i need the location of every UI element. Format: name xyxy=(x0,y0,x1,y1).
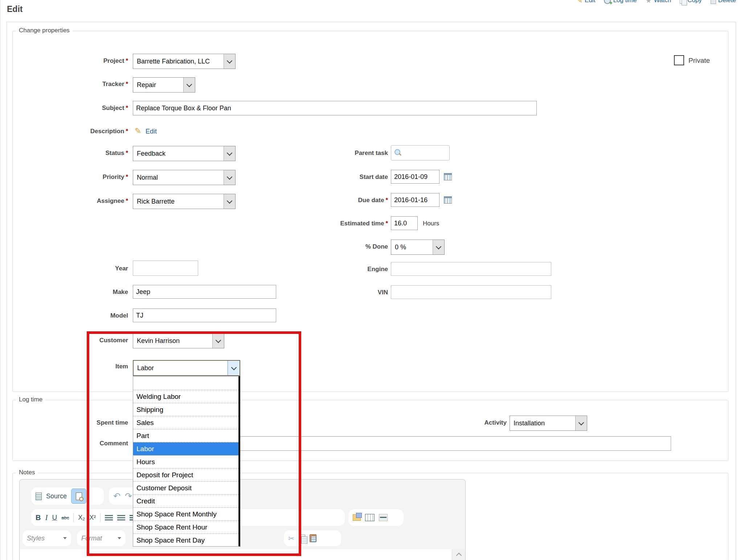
source-button[interactable]: Source xyxy=(46,492,67,500)
caret-down-icon xyxy=(118,537,121,539)
log-time-link[interactable]: Log time xyxy=(604,0,637,4)
activity-select[interactable]: Installation xyxy=(510,416,587,431)
log-time-fieldset xyxy=(12,400,728,461)
delete-link-label: Delete xyxy=(718,0,736,4)
project-select[interactable]: Barrette Fabrication, LLC xyxy=(133,54,236,69)
copy-icon[interactable] xyxy=(299,535,305,542)
magnifier-icon xyxy=(394,149,400,155)
strikethrough-button[interactable]: abc xyxy=(61,515,69,520)
image-icon[interactable] xyxy=(353,514,361,521)
undo-icon[interactable]: ↶ xyxy=(113,492,120,500)
caret-down-icon xyxy=(63,537,67,539)
watch-link[interactable]: ★ Watch xyxy=(646,0,671,4)
due-date-input[interactable] xyxy=(391,193,439,207)
engine-input[interactable] xyxy=(391,262,551,276)
copy-link[interactable]: Copy xyxy=(680,0,702,4)
start-date-input[interactable] xyxy=(391,170,439,184)
item-option[interactable]: Part xyxy=(133,429,238,442)
item-option[interactable]: Sales xyxy=(133,416,238,429)
comment-label: Comment xyxy=(100,440,128,447)
scrollbar-up-button[interactable] xyxy=(452,549,465,560)
notes-content-area[interactable] xyxy=(20,549,452,560)
priority-select[interactable]: Normal xyxy=(133,170,236,185)
item-dropdown-list: Welding Labor Shipping Sales Part Labor … xyxy=(133,376,240,547)
customer-select[interactable]: Kevin Harrison xyxy=(133,333,224,348)
percent-done-select-button[interactable] xyxy=(433,240,444,254)
superscript-button[interactable]: X² xyxy=(89,514,96,522)
item-select[interactable]: Labor xyxy=(133,360,240,376)
tracker-select-button[interactable] xyxy=(183,78,195,92)
format-dropdown[interactable]: Format xyxy=(77,530,126,546)
item-select-value: Labor xyxy=(137,364,154,372)
percent-done-select[interactable]: 0 % xyxy=(391,240,445,255)
engine-label: Engine xyxy=(367,266,388,273)
styles-dropdown[interactable]: Styles xyxy=(23,530,71,546)
star-icon: ★ xyxy=(646,0,652,4)
item-option[interactable]: Shipping xyxy=(133,403,238,416)
italic-button[interactable]: I xyxy=(45,513,48,522)
bold-button[interactable]: B xyxy=(36,514,41,522)
preview-button[interactable] xyxy=(71,489,86,504)
make-label: Make xyxy=(113,289,128,296)
priority-select-button[interactable] xyxy=(224,170,235,185)
status-select-button[interactable] xyxy=(224,146,235,161)
change-properties-legend: Change properties xyxy=(16,27,73,34)
item-option-selected[interactable]: Labor xyxy=(133,442,238,455)
description-label: Description* xyxy=(90,128,128,135)
model-label: Model xyxy=(110,312,128,319)
horizontal-rule-icon[interactable] xyxy=(379,514,388,521)
subject-input[interactable] xyxy=(133,101,537,115)
item-option[interactable]: Shop Space Rent Day xyxy=(133,534,238,547)
edit-link[interactable]: ✎ Edit xyxy=(577,0,595,4)
bullet-list-icon[interactable] xyxy=(117,515,125,520)
private-checkbox[interactable] xyxy=(674,55,684,65)
item-option[interactable]: Customer Deposit xyxy=(133,482,238,495)
chevron-down-icon xyxy=(216,337,221,343)
pencil-icon: ✎ xyxy=(135,127,141,135)
chevron-down-icon xyxy=(436,244,442,249)
item-option[interactable]: Shop Space Rent Hour xyxy=(133,521,238,534)
year-input[interactable] xyxy=(133,261,198,276)
tracker-label: Tracker* xyxy=(102,81,128,88)
item-option[interactable]: Hours xyxy=(133,455,238,469)
chevron-down-icon xyxy=(227,174,233,180)
contextual-actions: ✎ Edit Log time ★ Watch Copy Delete xyxy=(577,0,736,4)
year-label: Year xyxy=(115,265,128,272)
chevron-down-icon xyxy=(231,364,237,370)
subscript-button[interactable]: X₂ xyxy=(78,514,85,522)
table-icon[interactable] xyxy=(365,514,375,521)
calendar-icon[interactable] xyxy=(444,173,452,180)
item-select-button[interactable] xyxy=(228,361,240,375)
estimated-time-label: Estimated time* xyxy=(340,220,388,227)
assignee-select-button[interactable] xyxy=(224,194,235,209)
model-input[interactable] xyxy=(133,308,276,322)
item-option[interactable]: Welding Labor xyxy=(133,390,238,403)
item-option[interactable]: Credit xyxy=(133,495,238,508)
estimated-time-input[interactable] xyxy=(391,216,418,230)
assignee-select[interactable]: Rick Barrette xyxy=(133,194,236,209)
underline-button[interactable]: U xyxy=(52,514,57,522)
item-option[interactable]: Deposit for Project xyxy=(133,469,238,482)
toolbar-separator xyxy=(100,513,101,522)
project-select-button[interactable] xyxy=(224,54,235,69)
tracker-select[interactable]: Repair xyxy=(133,77,195,93)
make-input[interactable] xyxy=(133,285,276,299)
paste-icon[interactable] xyxy=(310,534,316,542)
customer-select-button[interactable] xyxy=(212,334,224,348)
activity-select-button[interactable] xyxy=(575,416,587,430)
cut-icon[interactable]: ✂ xyxy=(288,535,295,542)
document-magnifier-icon xyxy=(76,492,82,500)
status-select[interactable]: Feedback xyxy=(133,146,236,161)
numbered-list-icon[interactable] xyxy=(105,515,113,520)
redo-icon[interactable]: ↷ xyxy=(125,492,132,500)
item-option-blank[interactable] xyxy=(133,377,238,390)
calendar-icon[interactable] xyxy=(444,196,452,204)
private-label: Private xyxy=(688,57,710,65)
toolbar-group-insert xyxy=(348,509,404,526)
delete-link[interactable]: Delete xyxy=(711,0,736,4)
assignee-label: Assignee* xyxy=(97,197,128,205)
description-edit-link[interactable]: Edit xyxy=(146,128,157,135)
item-option[interactable]: Shop Space Rent Monthly xyxy=(133,508,238,521)
vin-input[interactable] xyxy=(391,285,551,299)
status-select-value: Feedback xyxy=(137,150,165,158)
